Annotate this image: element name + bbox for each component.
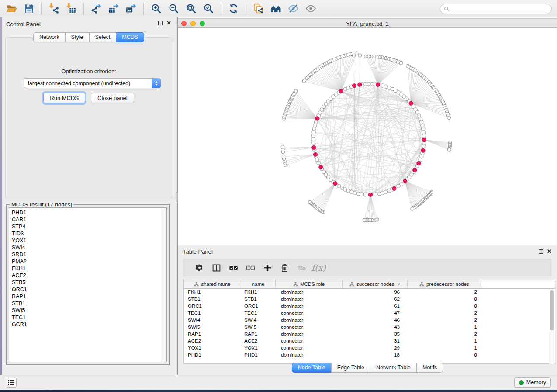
delete-column-icon bbox=[280, 263, 289, 272]
zoom-out-button[interactable] bbox=[165, 2, 182, 16]
duplicate-network-button[interactable] bbox=[249, 2, 267, 16]
mcds-tab-panel: Optimization criterion: largest connecte… bbox=[5, 37, 172, 199]
column-header-name[interactable]: name bbox=[241, 280, 276, 288]
mcds-result-item[interactable]: TEC1 bbox=[12, 314, 161, 321]
zoom-in-button[interactable] bbox=[147, 2, 165, 16]
network-canvas[interactable] bbox=[178, 28, 557, 245]
table-row[interactable]: YOX1 YOX1 connector 29 1 bbox=[184, 344, 555, 351]
open-file-button[interactable] bbox=[3, 2, 20, 16]
sort-chevron-icon: ∨ bbox=[397, 282, 400, 286]
tab-node-table[interactable]: Node Table bbox=[292, 363, 332, 373]
column-type-icon bbox=[349, 282, 354, 287]
table-scrollbar[interactable] bbox=[549, 289, 554, 364]
settings-gear-button[interactable] bbox=[191, 261, 208, 275]
select-all-button[interactable] bbox=[225, 261, 242, 275]
search-input[interactable] bbox=[452, 6, 551, 12]
table-row[interactable]: RAP1 RAP1 dominator 35 2 bbox=[184, 330, 555, 337]
import-network-button[interactable] bbox=[45, 2, 62, 16]
mcds-result-scrollbar[interactable] bbox=[161, 207, 167, 362]
tab-select[interactable]: Select bbox=[89, 32, 117, 42]
column-header-shared-name[interactable]: shared name bbox=[184, 280, 241, 288]
mcds-result-item[interactable]: PHD1 bbox=[12, 209, 161, 216]
zoom-selected-icon bbox=[203, 3, 214, 14]
mcds-result-item[interactable]: ORC1 bbox=[12, 286, 161, 293]
mcds-result-item[interactable]: SWI5 bbox=[12, 307, 161, 314]
table-row[interactable]: PHD1 PHD1 dominator 18 0 bbox=[184, 351, 555, 358]
import-table-button[interactable] bbox=[62, 2, 80, 16]
export-table-button[interactable] bbox=[105, 2, 122, 16]
table-row[interactable]: TEC1 TEC1 connector 47 2 bbox=[184, 309, 555, 316]
main-toolbar bbox=[0, 0, 557, 17]
mcds-result-item[interactable]: GCR1 bbox=[12, 321, 161, 328]
clear-table-button[interactable] bbox=[293, 261, 310, 275]
mcds-result-item[interactable]: STP4 bbox=[12, 223, 161, 230]
add-column-button[interactable] bbox=[259, 261, 276, 275]
zoom-selected-button[interactable] bbox=[200, 2, 217, 16]
column-header-MCDS-role[interactable]: MCDS role bbox=[276, 280, 343, 288]
float-panel-icon[interactable] bbox=[158, 21, 163, 25]
criterion-dropdown-value: largest connected component (undirected) bbox=[24, 80, 152, 86]
table-row[interactable]: SWI4 SWI4 dominator 46 2 bbox=[184, 316, 555, 323]
memory-button[interactable]: Memory bbox=[514, 377, 551, 388]
table-row[interactable]: SWI5 SWI5 connector 43 1 bbox=[184, 323, 555, 330]
zoom-fit-button[interactable] bbox=[182, 2, 200, 16]
tab-mcds[interactable]: MCDS bbox=[116, 32, 144, 42]
mcds-result-item[interactable]: ACE2 bbox=[12, 272, 161, 279]
tab-network[interactable]: Network bbox=[33, 32, 66, 42]
mcds-result-item[interactable]: STB5 bbox=[12, 279, 161, 286]
import-table-icon bbox=[66, 3, 77, 14]
split-view-button[interactable] bbox=[208, 261, 225, 275]
tab-edge-table[interactable]: Edge Table bbox=[331, 363, 370, 373]
column-header-successor-nodes[interactable]: successor nodes∨ bbox=[343, 280, 408, 288]
function-builder-button[interactable]: f(x) bbox=[310, 261, 327, 275]
delete-column-button[interactable] bbox=[276, 261, 293, 275]
network-window-titlebar[interactable]: YPA_prune.txt_1 bbox=[178, 18, 557, 28]
first-neighbors-button[interactable] bbox=[267, 2, 284, 16]
run-mcds-button[interactable]: Run MCDS bbox=[43, 93, 85, 103]
control-panel-header: Control Panel ✕ bbox=[2, 17, 176, 29]
mcds-result-item[interactable]: SRD1 bbox=[12, 251, 161, 258]
mcds-result-item[interactable]: SWI4 bbox=[12, 244, 161, 251]
mcds-result-item[interactable]: TID3 bbox=[12, 230, 161, 237]
table-row[interactable]: ORC1 ORC1 dominator 61 0 bbox=[184, 303, 555, 309]
task-history-button[interactable] bbox=[6, 378, 17, 388]
dropdown-stepper-icon bbox=[152, 78, 161, 88]
mcds-result-item[interactable]: PMA2 bbox=[12, 258, 161, 265]
table-row[interactable]: FKH1 FKH1 dominator 96 2 bbox=[184, 289, 555, 296]
show-all-button[interactable] bbox=[302, 2, 319, 16]
control-panel: Control Panel ✕ NetworkStyleSelectMCDS O… bbox=[2, 17, 176, 375]
tab-style[interactable]: Style bbox=[65, 32, 90, 42]
table-panel-tabs: Node TableEdge TableNetwork TableMotifs bbox=[178, 363, 557, 373]
mcds-result-item[interactable]: FKH1 bbox=[12, 265, 161, 272]
mcds-result-item[interactable]: CAR1 bbox=[12, 216, 161, 223]
close-panel-button[interactable]: Close panel bbox=[91, 93, 134, 103]
tab-motifs[interactable]: Motifs bbox=[416, 363, 443, 373]
criterion-dropdown[interactable]: largest connected component (undirected) bbox=[24, 78, 161, 88]
float-table-panel-icon[interactable] bbox=[539, 249, 543, 254]
export-image-button[interactable] bbox=[122, 2, 140, 16]
close-panel-icon[interactable]: ✕ bbox=[166, 21, 171, 25]
table-row[interactable]: ACE2 ACE2 connector 31 1 bbox=[184, 337, 555, 344]
export-network-button[interactable] bbox=[87, 2, 105, 16]
toolbar-separator bbox=[143, 3, 144, 15]
table-row[interactable]: STB1 STB1 dominator 62 0 bbox=[184, 296, 555, 303]
deselect-all-button[interactable] bbox=[242, 261, 259, 275]
mcds-result-item[interactable]: STB1 bbox=[12, 300, 161, 307]
refresh-button[interactable] bbox=[225, 2, 242, 16]
search-icon bbox=[444, 6, 450, 12]
cytoscape-window: Control Panel ✕ NetworkStyleSelectMCDS O… bbox=[0, 0, 557, 392]
function-builder-icon: f(x) bbox=[311, 263, 326, 272]
mcds-result-item[interactable]: RAP1 bbox=[12, 293, 161, 300]
table-scrollbar-thumb[interactable] bbox=[550, 290, 554, 330]
tab-network-table[interactable]: Network Table bbox=[370, 363, 417, 373]
hide-selected-button[interactable] bbox=[284, 2, 302, 16]
duplicate-network-icon bbox=[253, 3, 264, 14]
column-header-predecessor-nodes[interactable]: predecessor nodes bbox=[408, 280, 481, 288]
memory-label: Memory bbox=[526, 379, 546, 385]
close-table-panel-icon[interactable]: ✕ bbox=[547, 249, 552, 254]
save-button[interactable] bbox=[20, 2, 38, 16]
search-field[interactable] bbox=[440, 4, 552, 14]
optimization-criterion-label: Optimization criterion: bbox=[6, 68, 172, 75]
control-panel-tabs: NetworkStyleSelectMCDS bbox=[2, 32, 176, 42]
mcds-result-item[interactable]: YOX1 bbox=[12, 237, 161, 244]
